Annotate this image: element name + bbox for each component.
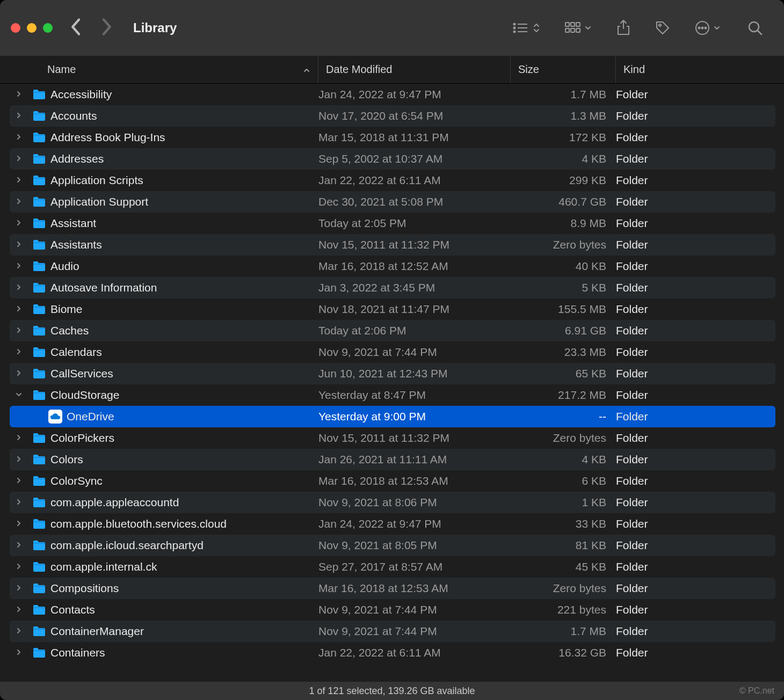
- file-name: Calendars: [50, 346, 102, 359]
- table-row[interactable]: Calendars Nov 9, 2021 at 7:44 PM 23.3 MB…: [10, 341, 775, 363]
- table-row[interactable]: ContainerManager Nov 9, 2021 at 7:44 PM …: [10, 621, 775, 642]
- fullscreen-window-button[interactable]: [43, 23, 53, 33]
- disclosure-triangle[interactable]: [13, 541, 25, 550]
- folder-icon: [32, 346, 46, 358]
- disclosure-triangle[interactable]: [13, 606, 25, 614]
- tag-button[interactable]: [655, 20, 670, 35]
- size-cell: 460.7 GB: [511, 195, 616, 208]
- table-row[interactable]: com.apple.internal.ck Sep 27, 2017 at 8:…: [10, 556, 775, 578]
- table-row[interactable]: com.apple.icloud.searchpartyd Nov 9, 202…: [10, 535, 775, 556]
- disclosure-triangle[interactable]: [13, 627, 25, 636]
- disclosure-triangle[interactable]: [13, 133, 25, 142]
- column-header-size[interactable]: Size: [511, 56, 616, 83]
- column-header-kind[interactable]: Kind: [616, 56, 784, 83]
- size-cell: Zero bytes: [511, 432, 616, 444]
- finder-window: Library: [0, 0, 784, 700]
- file-list[interactable]: Accessibility Jan 24, 2022 at 9:47 PM 1.…: [0, 84, 784, 682]
- group-button[interactable]: [565, 21, 592, 34]
- close-window-button[interactable]: [11, 23, 20, 33]
- date-modified-cell: Nov 9, 2021 at 8:06 PM: [318, 496, 511, 509]
- file-name: CloudStorage: [50, 389, 119, 402]
- table-row[interactable]: Colors Jan 26, 2021 at 11:11 AM 4 KB Fol…: [10, 449, 775, 470]
- table-row[interactable]: Biome Nov 18, 2021 at 11:47 PM 155.5 MB …: [10, 298, 775, 320]
- svg-point-15: [702, 27, 703, 29]
- svg-point-0: [514, 24, 516, 25]
- table-row[interactable]: Autosave Information Jan 3, 2022 at 3:45…: [10, 277, 775, 298]
- table-row[interactable]: Containers Jan 22, 2022 at 6:11 AM 16.32…: [10, 642, 775, 663]
- table-row[interactable]: Addresses Sep 5, 2002 at 10:37 AM 4 KB F…: [10, 148, 775, 170]
- table-row[interactable]: Compositions Mar 16, 2018 at 12:53 AM Ze…: [10, 578, 775, 599]
- table-row[interactable]: com.apple.bluetooth.services.cloud Jan 2…: [10, 513, 775, 535]
- disclosure-triangle[interactable]: [13, 520, 25, 528]
- disclosure-triangle[interactable]: [13, 90, 25, 99]
- folder-icon: [32, 239, 46, 251]
- table-row[interactable]: OneDrive Yesterday at 9:00 PM -- Folder: [10, 406, 775, 427]
- disclosure-triangle[interactable]: [13, 563, 25, 571]
- table-row[interactable]: Assistants Nov 15, 2011 at 11:32 PM Zero…: [10, 234, 775, 256]
- table-row[interactable]: Audio Mar 16, 2018 at 12:52 AM 40 KB Fol…: [10, 256, 775, 277]
- name-cell: com.apple.internal.ck: [10, 560, 318, 573]
- disclosure-triangle[interactable]: [13, 477, 25, 485]
- disclosure-triangle[interactable]: [13, 369, 25, 378]
- disclosure-triangle[interactable]: [13, 391, 25, 399]
- disclosure-triangle[interactable]: [13, 305, 25, 313]
- table-row[interactable]: com.apple.appleaccountd Nov 9, 2021 at 8…: [10, 492, 775, 513]
- date-modified-cell: Sep 5, 2002 at 10:37 AM: [318, 152, 511, 165]
- kind-cell: Folder: [616, 195, 775, 208]
- kind-cell: Folder: [616, 88, 775, 101]
- table-row[interactable]: Assistant Today at 2:05 PM 8.9 MB Folder: [10, 213, 775, 234]
- table-row[interactable]: Contacts Nov 9, 2021 at 7:44 PM 221 byte…: [10, 599, 775, 621]
- table-row[interactable]: Application Support Dec 30, 2021 at 5:08…: [10, 191, 775, 213]
- status-bar: 1 of 121 selected, 139.26 GB available ©…: [0, 682, 784, 700]
- column-header-date[interactable]: Date Modified: [318, 56, 511, 83]
- size-cell: 8.9 MB: [511, 217, 616, 230]
- table-row[interactable]: ColorPickers Nov 15, 2011 at 11:32 PM Ze…: [10, 427, 775, 449]
- disclosure-triangle[interactable]: [13, 348, 25, 356]
- disclosure-triangle[interactable]: [13, 326, 25, 335]
- table-row[interactable]: ColorSync Mar 16, 2018 at 12:53 AM 6 KB …: [10, 470, 775, 492]
- table-row[interactable]: CloudStorage Yesterday at 8:47 PM 217.2 …: [10, 384, 775, 406]
- disclosure-triangle[interactable]: [13, 584, 25, 593]
- disclosure-triangle[interactable]: [13, 498, 25, 507]
- disclosure-triangle[interactable]: [13, 240, 25, 249]
- file-name: ContainerManager: [50, 625, 144, 638]
- table-row[interactable]: Caches Today at 2:06 PM 6.91 GB Folder: [10, 320, 775, 341]
- table-row[interactable]: Address Book Plug-Ins Mar 15, 2018 at 11…: [10, 127, 775, 148]
- table-row[interactable]: Application Scripts Jan 22, 2022 at 6:11…: [10, 170, 775, 191]
- disclosure-triangle[interactable]: [13, 648, 25, 657]
- disclosure-triangle[interactable]: [13, 262, 25, 271]
- table-row[interactable]: Accounts Nov 17, 2020 at 6:54 PM 1.3 MB …: [10, 105, 775, 127]
- disclosure-triangle[interactable]: [13, 176, 25, 185]
- more-actions-button[interactable]: [695, 20, 721, 35]
- column-header-name[interactable]: Name: [0, 56, 318, 83]
- size-cell: 5 KB: [511, 281, 616, 294]
- search-button[interactable]: [747, 20, 763, 35]
- table-row[interactable]: CallServices Jun 10, 2021 at 12:43 PM 65…: [10, 363, 775, 384]
- svg-rect-11: [576, 28, 580, 32]
- file-name: Application Scripts: [50, 174, 143, 187]
- disclosure-triangle[interactable]: [13, 155, 25, 163]
- kind-cell: Folder: [616, 496, 775, 509]
- disclosure-triangle[interactable]: [13, 434, 25, 442]
- view-options-button[interactable]: [512, 21, 540, 34]
- disclosure-triangle[interactable]: [13, 112, 25, 120]
- share-button[interactable]: [616, 20, 630, 36]
- folder-icon: [32, 89, 46, 100]
- table-row[interactable]: Accessibility Jan 24, 2022 at 9:47 PM 1.…: [10, 84, 775, 105]
- folder-icon: [32, 475, 46, 487]
- name-cell: com.apple.bluetooth.services.cloud: [10, 517, 318, 530]
- date-modified-cell: Nov 9, 2021 at 7:44 PM: [318, 346, 511, 359]
- folder-icon: [32, 368, 46, 380]
- status-text: 1 of 121 selected, 139.26 GB available: [309, 686, 475, 697]
- forward-button[interactable]: [100, 18, 113, 38]
- folder-icon: [32, 582, 46, 594]
- kind-cell: Folder: [616, 367, 775, 380]
- folder-icon: [32, 132, 46, 143]
- minimize-window-button[interactable]: [27, 23, 37, 33]
- disclosure-triangle[interactable]: [13, 283, 25, 292]
- disclosure-triangle[interactable]: [13, 455, 25, 464]
- back-button[interactable]: [70, 18, 83, 38]
- file-name: Compositions: [50, 582, 119, 595]
- disclosure-triangle[interactable]: [13, 219, 25, 228]
- disclosure-triangle[interactable]: [13, 198, 25, 206]
